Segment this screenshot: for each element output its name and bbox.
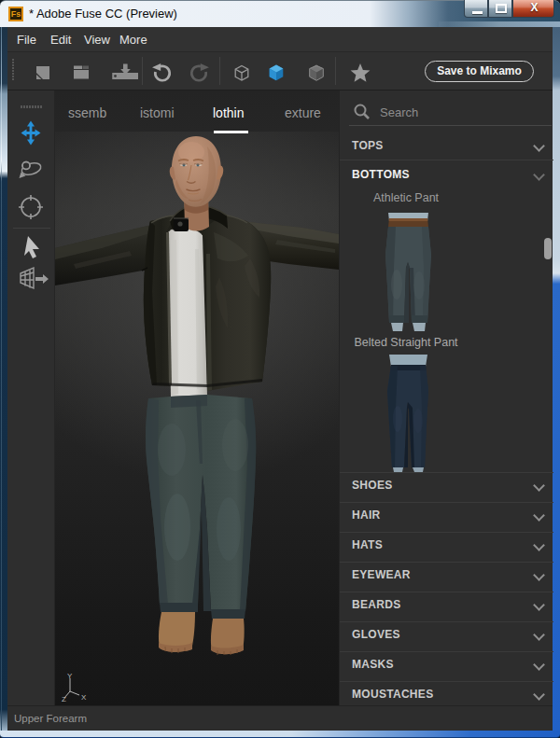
svg-text:X: X (81, 693, 87, 702)
svg-text:Y: Y (67, 673, 73, 680)
svg-text:Z: Z (62, 695, 66, 703)
